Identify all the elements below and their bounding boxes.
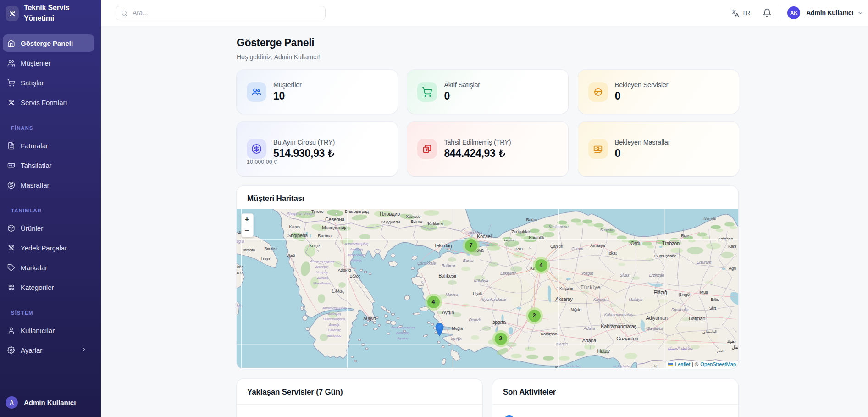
svg-text:Karaman: Karaman (541, 331, 557, 336)
svg-text:Erzurum: Erzurum (697, 260, 712, 265)
svg-text:Uşak: Uşak (473, 291, 482, 296)
svg-text:Kahramanmaraş: Kahramanmaraş (601, 323, 636, 329)
svg-text:Θράκης: Θράκης (350, 258, 362, 262)
svg-text:Αιγαίου: Αιγαίου (397, 336, 408, 340)
svg-text:إدلب: إدلب (651, 364, 658, 368)
svg-text:Ordu: Ordu (630, 240, 641, 246)
svg-text:Διοίκηση: Διοίκηση (396, 331, 409, 335)
svg-text:Αποκεντρωμένη: Αποκεντρωμένη (344, 242, 368, 246)
svg-text:Şanlıurfa: Şanlıurfa (647, 326, 663, 331)
svg-text:Türkiye: Türkiye (581, 284, 601, 290)
svg-text:ano: ano (237, 271, 243, 275)
svg-text:Yozgat: Yozgat (581, 271, 593, 276)
svg-text:Vlorë: Vlorë (287, 253, 295, 258)
svg-text:Тетово: Тетово (311, 209, 324, 214)
svg-text:Хасково: Хасково (406, 214, 420, 219)
svg-text:και Ιονίου: και Ιονίου (327, 334, 341, 338)
svg-text:Brindisi: Brindisi (264, 246, 276, 251)
svg-text:Çorum: Çorum (571, 246, 583, 251)
svg-text:Siirt: Siirt (709, 306, 716, 311)
svg-text:Bursa: Bursa (463, 258, 474, 263)
svg-text:Ελλάδας: Ελλάδας (328, 328, 341, 332)
svg-text:Kütahya: Kütahya (474, 278, 488, 283)
svg-text:Μακεδονίας: Μακεδονίας (313, 281, 331, 285)
svg-text:Αποκεντρωμένη: Αποκεντρωμένη (310, 259, 333, 263)
svg-text:Αποκεντρωμένη: Αποκεντρωμένη (322, 306, 346, 310)
svg-text:Malatya: Malatya (629, 297, 642, 302)
svg-text:Taranto: Taranto (242, 248, 255, 252)
svg-text:Αθήνα: Αθήνα (363, 316, 376, 321)
svg-text:دهوك: دهوك (727, 339, 736, 344)
svg-text:Gümüşhane: Gümüşhane (654, 253, 676, 258)
svg-text:Δυτικής: Δυτικής (328, 322, 340, 327)
svg-text:Diyarbakır: Diyarbakır (671, 307, 689, 312)
svg-text:Çanakkale: Çanakkale (417, 261, 436, 266)
svg-text:Bitlis: Bitlis (711, 297, 719, 302)
svg-text:Kırklareli: Kırklareli (428, 221, 443, 226)
svg-text:Λάρισα: Λάρισα (338, 267, 351, 272)
svg-text:منبج: منبج (554, 364, 560, 368)
svg-text:Manisa: Manisa (445, 292, 458, 297)
svg-text:Bingöl: Bingöl (679, 292, 690, 297)
svg-text:Ηπείρου: Ηπείρου (315, 270, 328, 274)
svg-text:Eskişehir: Eskişehir (500, 271, 516, 276)
svg-text:Afyonkarahisar: Afyonkarahisar (480, 297, 507, 302)
svg-text:Muğla: Muğla (451, 337, 461, 341)
svg-text:Αποκεντρωμένη: Αποκεντρωμένη (390, 325, 414, 329)
svg-text:تلعفر: تلعفر (716, 349, 724, 353)
svg-text:وصل: وصل (732, 345, 738, 350)
svg-text:Muş: Muş (700, 289, 708, 295)
svg-text:Благоевград: Благоевград (345, 209, 369, 214)
svg-text:Tokat: Tokat (607, 250, 617, 256)
svg-text:Македонија: Македонија (322, 225, 348, 230)
svg-text:Bolu: Bolu (514, 246, 523, 251)
svg-text:Кърджали: Кърджали (381, 220, 400, 224)
svg-text:Hatay: Hatay (597, 348, 610, 354)
svg-text:Ağrı: Ağrı (729, 266, 736, 271)
svg-text:Пловдив: Пловдив (380, 211, 400, 217)
svg-text:Erzincan: Erzincan (649, 273, 664, 278)
svg-text:Aydın: Aydın (442, 310, 454, 315)
svg-text:Denizli: Denizli (469, 317, 481, 322)
svg-text:Shqipëria: Shqipëria (287, 233, 308, 238)
svg-text:Adana: Adana (582, 338, 597, 343)
svg-text:Balıkesir: Balıkesir (438, 273, 457, 278)
svg-text:Korçë: Korçë (310, 243, 320, 248)
svg-text:Shqipëria Veriore: Shqipëria Veriore (287, 211, 315, 216)
svg-text:ბათუმი: ბათუმი (703, 217, 716, 221)
svg-text:Edirne: Edirne (410, 219, 422, 224)
svg-text:القامشلي: القامشلي (702, 330, 718, 334)
svg-text:Aksaray: Aksaray (555, 296, 573, 302)
svg-text:Kahramanmaraş: Kahramanmaraş (604, 312, 633, 317)
svg-text:Bartın: Bartın (526, 217, 536, 222)
svg-text:Kars: Kars (728, 244, 737, 249)
svg-text:Niğde: Niğde (571, 307, 581, 312)
svg-text:Kırşehir: Kırşehir (559, 286, 573, 291)
svg-text:محافظة الحسكة: محافظة الحسكة (667, 346, 693, 350)
svg-text:Tekirdağ: Tekirdağ (434, 243, 452, 248)
svg-text:Amasya: Amasya (590, 243, 605, 248)
svg-text:محافظة حلب: محافظة حلب (562, 364, 581, 368)
svg-text:Adana: Adana (583, 326, 595, 331)
svg-text:Lecce: Lecce (261, 256, 271, 261)
svg-text:Elâzığ: Elâzığ (654, 289, 667, 295)
svg-text:Διοίκηση: Διοίκηση (315, 265, 328, 269)
svg-text:Ardahan: Ardahan (718, 236, 733, 241)
svg-text:Sivas: Sivas (620, 273, 630, 278)
svg-text:Trabzon: Trabzon (662, 240, 680, 246)
svg-text:محافظة الرقة: محافظة الرقة (612, 364, 631, 368)
svg-text:Samsun: Samsun (600, 228, 614, 232)
svg-text:Gaziantep: Gaziantep (616, 336, 638, 341)
svg-text:Μακεδονίας: Μακεδονίας (348, 253, 365, 257)
svg-text:Mersin: Mersin (556, 342, 567, 346)
svg-text:Kamez: Kamez (289, 224, 301, 229)
svg-text:Πελοποννήσου,: Πελοποννήσου, (323, 317, 346, 321)
svg-text:Северна: Северна (325, 217, 345, 222)
svg-text:Isparta: Isparta (491, 319, 506, 325)
svg-text:Битола: Битола (318, 233, 332, 238)
svg-text:Muğla: Muğla (452, 326, 463, 331)
svg-text:uglia: uglia (237, 239, 244, 244)
svg-text:Batman: Batman (689, 316, 705, 321)
svg-text:Διοίκηση: Διοίκηση (327, 311, 341, 316)
svg-text:iano-: iano- (237, 265, 244, 269)
